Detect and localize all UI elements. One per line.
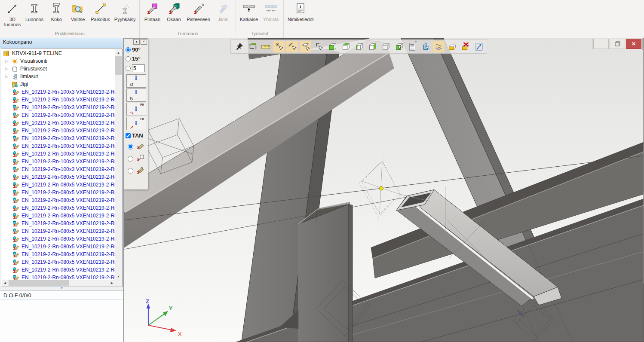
view-select-icon[interactable] <box>393 41 405 52</box>
tree-item-beam-part[interactable]: EN_10219-2-Rn-080x5 VXEN10219-2-Rn-0 <box>2 274 115 280</box>
tree-item-beam-part[interactable]: EN_10219-2-Rn-080x5 VXEN10219-2-Rn-0 <box>2 266 115 274</box>
sketch-plane-icon[interactable] <box>433 41 445 52</box>
snap-edge-icon[interactable] <box>286 41 298 52</box>
tree-item-beam-part[interactable]: EN_10219-2-Rn-080x5 VXEN10219-2-Rn-0 <box>2 173 115 181</box>
rotate-cw-button[interactable]: I ↻ <box>126 89 146 102</box>
mode-beam-radio[interactable] <box>128 144 133 150</box>
f9-flip-button[interactable]: F9 I ↷ <box>126 103 146 116</box>
tree-item-beam-part[interactable]: EN_10219-2-Rn-100x3 VXEN10219-2-Rn-1 <box>2 142 115 150</box>
tree-item-beam-part[interactable]: EN_10219-2-Rn-100x3 VXEN10219-2-Rn-1 <box>2 88 115 96</box>
tree-vertical-scrollbar[interactable]: ▲ ▼ <box>115 49 122 280</box>
vertical-scroll-thumb[interactable] <box>115 56 122 75</box>
pin-icon[interactable] <box>233 41 245 52</box>
snap-face-icon[interactable] <box>300 41 311 52</box>
tree-item-beam-part[interactable]: EN_10219-2-Rn-100x3 VXEN10219-2-Rn-1 <box>2 111 115 119</box>
snap-point-icon[interactable] <box>273 41 285 52</box>
tree-horizontal-scrollbar[interactable]: ◀ ▶ <box>2 280 115 286</box>
collapse-panel-icon[interactable]: ▲ <box>133 39 140 45</box>
ruler-icon[interactable] <box>260 41 271 52</box>
tree-item-beam-part[interactable]: EN_10219-2-Rn-100x3 VXEN10219-2-Rn-1 <box>2 96 115 104</box>
horizontal-scroll-thumb[interactable] <box>9 280 69 286</box>
orient-icon[interactable] <box>246 41 258 52</box>
angle-15-radio[interactable] <box>126 56 131 61</box>
f8-direction-button[interactable]: F8 I ↗ <box>126 117 146 130</box>
profile-icon[interactable] <box>420 41 431 52</box>
3d-sketch-button[interactable]: 3D luonnos <box>2 1 23 30</box>
view-front-icon[interactable] <box>326 41 338 52</box>
3d-viewport-scene[interactable]: Z Y X <box>124 38 644 342</box>
tree-item-beam-part[interactable]: EN_10219-2-Rn-100x3 VXEN10219-2-Rn-1 <box>2 150 115 158</box>
rotate-ccw-button[interactable]: I ↺ <box>126 74 146 88</box>
tangent-option[interactable]: TAN <box>124 131 148 140</box>
restore-button[interactable] <box>610 39 625 49</box>
tree-item-beam-part[interactable]: EN_10219-2-Rn-100x3 VXEN10219-2-Rn-1 <box>2 127 115 134</box>
angle-custom-option[interactable] <box>124 63 148 73</box>
to-point-button[interactable]: Pisteeseen <box>184 1 212 30</box>
scroll-left-icon[interactable]: ◀ <box>2 280 8 286</box>
angle-90-radio[interactable] <box>126 47 131 52</box>
angle-custom-input[interactable] <box>132 64 145 72</box>
mode-multi-beam-radio[interactable] <box>128 168 133 174</box>
snap-corner-icon[interactable] <box>313 41 325 52</box>
view-iso-icon[interactable] <box>380 41 391 52</box>
storage-delete-icon[interactable] <box>460 41 471 52</box>
tangent-checkbox[interactable] <box>126 133 131 138</box>
angle-15-option[interactable]: 15° <box>124 54 148 63</box>
expand-arrow-icon[interactable]: ▷ <box>5 74 12 79</box>
mode-beam-ref-radio[interactable] <box>128 156 133 162</box>
tree-root-item[interactable]: KRVX-911-9 TELINE <box>2 49 115 57</box>
mode-beam-option[interactable] <box>124 140 148 152</box>
tree-item-beam-part[interactable]: EN_10219-2-Rn-080x5 VXEN10219-2-Rn-0 <box>2 250 115 258</box>
sketch-button[interactable]: Luonnos <box>23 1 46 30</box>
dropdown-caret-icon[interactable]: ▼ <box>414 40 417 43</box>
view-left-icon[interactable] <box>353 41 365 52</box>
tree-item-beam-part[interactable]: EN_10219-2-Rn-080x5 VXEN10219-2-Rn-0 <box>2 204 115 212</box>
scroll-right-icon[interactable]: ▶ <box>109 280 115 286</box>
tree-item-beam-part[interactable]: EN_10219-2-Rn-100x3 VXEN10219-2-Rn-1 <box>2 165 115 173</box>
tree-item-beam-part[interactable]: EN_10219-2-Rn-080x5 VXEN10219-2-Rn-0 <box>2 258 115 266</box>
tree-item-beam-part[interactable]: EN_10219-2-Rn-080x5 VXEN10219-2-Rn-0 <box>2 189 115 196</box>
select-button[interactable]: Valitse <box>67 1 89 30</box>
tree-item-beam-part[interactable]: EN_10219-2-Rn-080x5 VXEN10219-2-Rn-0 <box>2 243 115 250</box>
to-face-button[interactable]: Pintaan <box>141 1 163 30</box>
item-info-button[interactable]: i Nimiketiedot <box>285 1 316 35</box>
3d-viewport[interactable]: Z Y X ▲ ✕ 90° 15° I ↺ I ↻ <box>124 38 644 342</box>
size-button[interactable]: Koko <box>46 1 67 30</box>
sweep-button[interactable]: Pyyhkäisy <box>112 1 138 30</box>
tree-item-jigi[interactable]: Jigi <box>2 80 115 88</box>
mode-multi-beam-option[interactable] <box>124 164 148 176</box>
tree-item-beam-part[interactable]: EN_10219-2-Rn-100x3 VXEN10219-2-Rn-1 <box>2 134 115 142</box>
panel-splitter[interactable]: ▼ <box>0 287 123 290</box>
view-right-icon[interactable] <box>366 41 378 52</box>
tree-item-beam-part[interactable]: EN_10219-2-Rn-080x5 VXEN10219-2-Rn-0 <box>2 196 115 204</box>
to-part-button[interactable]: Osaan <box>163 1 184 30</box>
close-button[interactable]: ✕ <box>626 39 641 49</box>
expand-arrow-icon[interactable]: ▷ <box>5 59 12 63</box>
positioning-button[interactable]: Paikoitus <box>89 1 112 30</box>
break-button[interactable]: Katkaise <box>238 1 260 30</box>
sketch-origin-marker[interactable] <box>380 186 383 190</box>
scroll-down-icon[interactable]: ▼ <box>115 273 122 280</box>
tree-item-beam-part[interactable]: EN_10219-2-Rn-080x5 VXEN10219-2-Rn-0 <box>2 227 115 235</box>
tree-item-beam-part[interactable]: EN_10219-2-Rn-100x3 VXEN10219-2-Rn-1 <box>2 158 115 165</box>
tree-item-beam-part[interactable]: EN_10219-2-Rn-080x5 VXEN10219-2-Rn-0 <box>2 235 115 243</box>
tree-item-visualisointi[interactable]: ▷ Visualisointi <box>2 57 115 65</box>
angle-90-option[interactable]: 90° <box>124 45 148 54</box>
angle-custom-radio[interactable] <box>126 66 131 71</box>
to-miter-button[interactable]: Jiiriin <box>212 1 234 30</box>
tree-item-beam-part[interactable]: EN_10219-2-Rn-080x5 VXEN10219-2-Rn-0 <box>2 220 115 227</box>
expand-arrow-icon[interactable]: ▷ <box>5 67 12 71</box>
list-icon[interactable]: ▼ <box>406 41 418 52</box>
tree-item-beam-part[interactable]: EN_10219-2-Rn-100x3 VXEN10219-2-Rn-1 <box>2 104 115 111</box>
close-panel-icon[interactable]: ✕ <box>141 39 147 45</box>
tree-item-beam-part[interactable]: EN_10219-2-Rn-080x5 VXEN10219-2-Rn-0 <box>2 181 115 189</box>
expand-icon[interactable] <box>473 41 485 52</box>
tree-item-beam-part[interactable]: EN_10219-2-Rn-100x3 VXEN10219-2-Rn-1 <box>2 119 115 127</box>
minimize-button[interactable]: — <box>593 39 609 49</box>
view-top-icon[interactable] <box>340 41 351 52</box>
tree-item-beam-part[interactable]: EN_10219-2-Rn-080x5 VXEN10219-2-Rn-0 <box>2 212 115 220</box>
mode-beam-ref-option[interactable] <box>124 152 148 164</box>
scroll-up-icon[interactable]: ▲ <box>115 49 122 56</box>
tree-item-piirustukset[interactable]: ▷ Piirustukset <box>2 65 115 73</box>
storage-icon[interactable] <box>446 41 458 52</box>
